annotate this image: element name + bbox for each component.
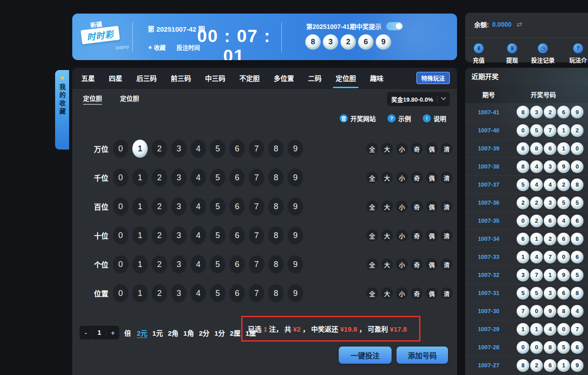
period-link[interactable]: 1007-32: [465, 272, 512, 278]
quick-pick-small[interactable]: 小: [396, 287, 408, 299]
main-tab-6[interactable]: 多位置: [274, 68, 294, 88]
quick-pick-even[interactable]: 偶: [426, 230, 438, 241]
number-ball[interactable]: 9: [288, 140, 303, 158]
quick-pick-all[interactable]: 全: [366, 230, 378, 241]
number-ball[interactable]: 5: [210, 169, 225, 187]
main-tab-9[interactable]: 趣味: [370, 68, 383, 88]
number-ball[interactable]: 4: [191, 255, 206, 273]
quick-pick-clear[interactable]: 清: [441, 143, 453, 155]
period-link[interactable]: 1007-35: [465, 217, 512, 224]
number-ball[interactable]: 3: [171, 226, 187, 244]
main-tab-3[interactable]: 前三码: [171, 68, 191, 88]
quick-pick-even[interactable]: 偶: [426, 143, 438, 155]
period-link[interactable]: 1007-27: [465, 362, 512, 369]
number-ball[interactable]: 6: [229, 284, 245, 302]
period-link[interactable]: 1007-29: [465, 326, 512, 333]
number-ball[interactable]: 4: [191, 197, 206, 216]
period-link[interactable]: 1007-36: [465, 199, 512, 206]
refresh-icon[interactable]: ⇄: [517, 20, 523, 28]
number-ball[interactable]: 9: [288, 169, 303, 187]
sub-tab-0[interactable]: 定位胆: [83, 94, 102, 105]
number-ball[interactable]: 5: [210, 197, 225, 216]
unit-option-3[interactable]: 1角: [183, 328, 194, 338]
quick-pick-clear[interactable]: 清: [441, 201, 453, 212]
quick-pick-all[interactable]: 全: [366, 143, 378, 155]
quick-pick-even[interactable]: 偶: [426, 172, 438, 183]
number-ball[interactable]: 1: [132, 140, 148, 158]
number-ball[interactable]: 1: [132, 255, 148, 273]
help-link-2[interactable]: !说明: [423, 114, 446, 123]
account-action-3[interactable]: ?玩法介: [564, 43, 588, 64]
win-tip-toggle[interactable]: [386, 22, 403, 30]
quick-pick-big[interactable]: 大: [381, 201, 393, 212]
number-ball[interactable]: 3: [171, 255, 187, 273]
number-ball[interactable]: 0: [113, 140, 128, 158]
number-ball[interactable]: 6: [229, 169, 245, 187]
number-ball[interactable]: 9: [288, 197, 303, 216]
sidebar-favorites-tab[interactable]: ★ 我的收藏: [55, 70, 69, 150]
unit-option-6[interactable]: 2厘: [230, 328, 240, 338]
quick-pick-big[interactable]: 大: [381, 258, 393, 270]
number-ball[interactable]: 0: [113, 284, 128, 302]
quick-pick-small[interactable]: 小: [396, 201, 408, 212]
period-link[interactable]: 1007-41: [465, 109, 512, 116]
main-tab-1[interactable]: 四星: [109, 68, 122, 88]
number-ball[interactable]: 7: [249, 284, 264, 302]
quick-pick-all[interactable]: 全: [366, 287, 378, 299]
period-link[interactable]: 1007-39: [465, 145, 512, 152]
account-action-0[interactable]: ¥充值: [470, 43, 488, 64]
number-ball[interactable]: 2: [152, 197, 167, 216]
quick-pick-big[interactable]: 大: [381, 230, 393, 241]
number-ball[interactable]: 7: [249, 140, 264, 158]
number-ball[interactable]: 5: [210, 140, 225, 158]
number-ball[interactable]: 1: [132, 284, 148, 302]
number-ball[interactable]: 5: [210, 226, 225, 244]
number-ball[interactable]: 2: [152, 284, 167, 302]
unit-option-0[interactable]: 2元: [137, 328, 147, 338]
number-ball[interactable]: 1: [132, 169, 148, 187]
period-link[interactable]: 1007-33: [465, 253, 512, 260]
period-link[interactable]: 1007-37: [465, 181, 512, 188]
number-ball[interactable]: 1: [132, 197, 148, 216]
add-number-button[interactable]: 添加号码: [397, 347, 448, 364]
number-ball[interactable]: 3: [171, 284, 187, 302]
number-ball[interactable]: 5: [210, 255, 225, 273]
quick-pick-clear[interactable]: 清: [441, 172, 453, 183]
number-ball[interactable]: 8: [268, 226, 284, 244]
help-link-0[interactable]: 官开奖网站: [340, 114, 376, 123]
number-ball[interactable]: 7: [249, 197, 264, 216]
unit-option-5[interactable]: 1分: [215, 328, 225, 338]
prize-selector[interactable]: 奖金19.80-0.0%: [387, 92, 450, 106]
number-ball[interactable]: 8: [268, 284, 284, 302]
number-ball[interactable]: 7: [249, 255, 264, 273]
number-ball[interactable]: 7: [249, 226, 264, 244]
number-ball[interactable]: 2: [152, 169, 167, 187]
number-ball[interactable]: 7: [249, 169, 264, 187]
number-ball[interactable]: 3: [171, 197, 187, 216]
quick-pick-small[interactable]: 小: [396, 258, 408, 270]
help-link-1[interactable]: ?示例: [387, 114, 411, 123]
number-ball[interactable]: 2: [152, 140, 167, 158]
period-link[interactable]: 1007-38: [465, 163, 512, 170]
quick-pick-even[interactable]: 偶: [426, 258, 438, 270]
quick-pick-even[interactable]: 偶: [426, 287, 438, 299]
quick-pick-clear[interactable]: 清: [441, 287, 453, 299]
number-ball[interactable]: 8: [268, 140, 284, 158]
stepper-minus-button[interactable]: -: [79, 329, 92, 337]
favorite-button[interactable]: ★ 收藏: [148, 43, 166, 52]
quick-pick-odd[interactable]: 奇: [411, 143, 423, 155]
period-link[interactable]: 1007-28: [465, 344, 512, 351]
quick-pick-all[interactable]: 全: [366, 258, 378, 270]
number-ball[interactable]: 2: [152, 255, 167, 273]
quick-pick-even[interactable]: 偶: [426, 201, 438, 212]
number-ball[interactable]: 4: [191, 284, 206, 302]
quick-pick-small[interactable]: 小: [396, 172, 408, 183]
number-ball[interactable]: 9: [288, 255, 303, 273]
number-ball[interactable]: 6: [229, 197, 245, 216]
special-play-button[interactable]: 特殊玩法: [416, 72, 450, 84]
sub-tab-1[interactable]: 定位胆: [120, 94, 139, 105]
number-ball[interactable]: 8: [268, 255, 284, 273]
quick-pick-all[interactable]: 全: [366, 201, 378, 212]
unit-option-4[interactable]: 2分: [199, 328, 209, 338]
quick-pick-odd[interactable]: 奇: [411, 172, 423, 183]
